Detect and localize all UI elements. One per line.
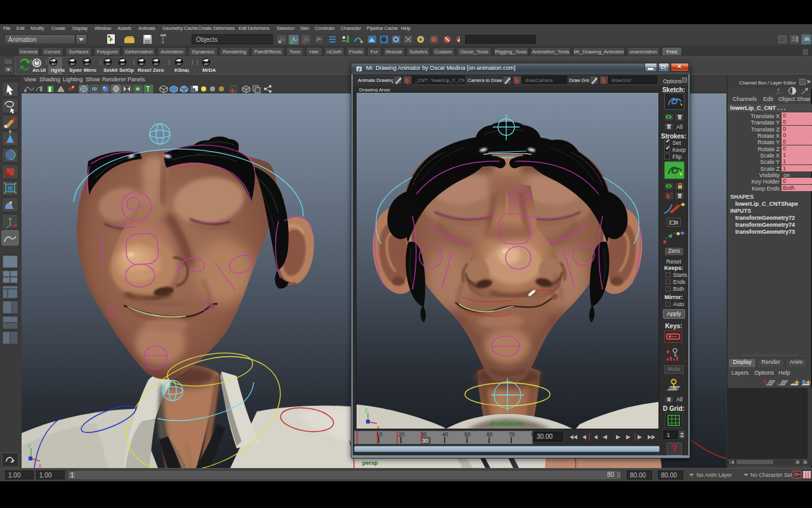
svg-text:T: T: [146, 86, 150, 93]
svg-text:50: 50: [464, 431, 471, 438]
svg-text:y: y: [28, 441, 31, 448]
svg-text:8: 8: [531, 431, 533, 438]
svg-text:drawCamera: drawCamera: [490, 420, 525, 427]
svg-text:20: 20: [398, 431, 405, 438]
svg-text:x: x: [39, 462, 42, 468]
svg-text:persp: persp: [362, 460, 378, 466]
svg-text:y: y: [365, 406, 368, 413]
svg-text:10: 10: [376, 431, 383, 438]
svg-text:x: x: [377, 424, 380, 429]
svg-text:60: 60: [487, 431, 493, 438]
svg-text:40: 40: [442, 431, 449, 438]
svg-text:30: 30: [422, 438, 428, 444]
svg-text:70: 70: [509, 431, 515, 438]
